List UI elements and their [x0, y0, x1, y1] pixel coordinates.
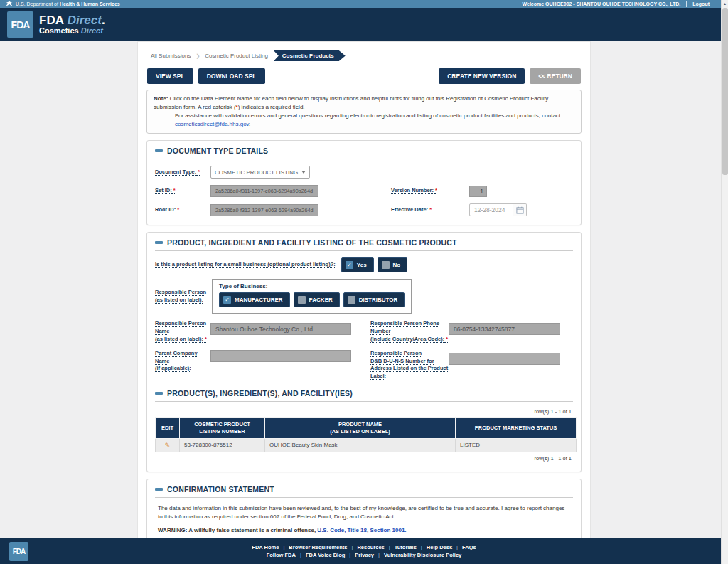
duns-field	[449, 353, 560, 365]
create-new-version-button[interactable]: CREATE NEW VERSION	[439, 68, 525, 84]
welcome-text: Welcome OUHOE002 - SHANTOU OUHOE TECHNOL…	[523, 1, 681, 6]
footer-link-tutorials[interactable]: Tutorials	[395, 544, 417, 550]
product-name-column-header: PRODUCT NAME (AS LISTED ON LABEL)	[265, 418, 456, 439]
checkbox-unchecked-icon	[382, 261, 390, 269]
footer-links-row2: Follow FDA| FDA Voice Blog| Privacy| Vul…	[267, 552, 462, 558]
status-column-header: PRODUCT MARKETING STATUS	[456, 418, 577, 439]
rp-name-field: Shantou Ouhoe Technology Co., Ltd.	[210, 323, 351, 335]
parent-company-label[interactable]: Parent Company Name (if applicable):	[155, 350, 210, 373]
manufacturer-label: MANUFACTURER	[235, 297, 283, 303]
scrollbar-thumb[interactable]	[722, 8, 728, 175]
breadcrumb-cosmetic-products: Cosmetic Products	[274, 50, 346, 61]
type-of-business-label[interactable]: Type of Business:	[219, 283, 405, 289]
distributor-label: DISTRIBUTOR	[359, 297, 398, 303]
section-header: PRODUCT, INGREDIENT AND FACILITY LISTING…	[155, 238, 573, 251]
breadcrumb-cosmetic-product-listing[interactable]: Cosmetic Product Listing	[202, 51, 270, 60]
brand-direct: Direct	[68, 14, 102, 27]
section-title: PRODUCT(S), INGREDIENT(S), AND FACILITY(…	[167, 389, 353, 398]
us-code-link[interactable]: U.S. Code, Title 18, Section 1001.	[317, 527, 406, 533]
chevron-right-icon: ❯	[196, 53, 200, 59]
app-header: FDA FDA Direct. Cosmetics Direct	[0, 8, 728, 41]
parent-company-field	[210, 350, 351, 362]
checkbox-checked-icon: ✓	[346, 261, 353, 269]
brand-fda: FDA	[39, 14, 64, 27]
root-id-label[interactable]: Root ID: *	[155, 206, 210, 214]
toolbar: VIEW SPL DOWNLOAD SPL CREATE NEW VERSION…	[147, 68, 581, 84]
footer-link-fda-voice-blog[interactable]: FDA Voice Blog	[306, 552, 345, 558]
hhs-eagle-icon	[6, 1, 13, 7]
rp-phone-field: 86-0754-13342745877	[449, 323, 560, 335]
set-id-field: 2a5286a0-f311-1397-e063-6294a90a264d	[210, 185, 318, 197]
table-row: ✎ 53-728300-875512 OUHOE Beauty Skin Mas…	[156, 438, 577, 452]
calendar-icon[interactable]	[513, 203, 527, 216]
brand-title: FDA Direct. Cosmetics Direct	[39, 14, 105, 35]
fda-logo: FDA	[7, 11, 33, 38]
confirmation-text: The data and information in this submiss…	[158, 504, 570, 521]
footer-link-browser-requirements[interactable]: Browser Requirements	[289, 544, 347, 550]
section-header: CONFIRMATION STATEMENT	[155, 485, 573, 498]
download-spl-button[interactable]: DOWNLOAD SPL	[198, 68, 265, 84]
warning-text: WARNING: A willfully false statement is …	[158, 527, 570, 533]
scroll-up-arrow-icon[interactable]: ▲	[722, 0, 728, 7]
section-title: DOCUMENT TYPE DETAILS	[167, 147, 268, 155]
set-id-label[interactable]: Set ID: *	[155, 187, 210, 195]
dept-title: U.S. Department of Health & Human Servic…	[16, 1, 120, 6]
collapse-dash-icon[interactable]	[155, 488, 163, 491]
logout-link[interactable]: Logout	[692, 1, 710, 6]
section-product-ingredient-facility: PRODUCT, INGREDIENT AND FACILITY LISTING…	[146, 232, 582, 472]
version-number-label[interactable]: Version Number: *	[391, 187, 469, 195]
duns-label[interactable]: Responsible Person D&B D-U-N-S Number fo…	[370, 350, 449, 381]
edit-pencil-icon[interactable]: ✎	[160, 442, 175, 449]
footer-link-help-desk[interactable]: Help Desk	[427, 544, 452, 550]
return-button[interactable]: << RETURN	[530, 68, 581, 84]
rp-name-label[interactable]: Responsible Person Name (as listed on la…	[155, 320, 210, 344]
note-line2: For assistance with validation errors an…	[154, 112, 574, 129]
contact-email-link[interactable]: cosmeticsdirect@fda.hhs.gov	[175, 121, 249, 127]
document-type-label[interactable]: Document Type: *	[155, 169, 210, 176]
checkbox-unchecked-icon	[298, 296, 306, 304]
footer-link-vulnerability-disclosure[interactable]: Vulnerability Disclosure Policy	[384, 552, 461, 558]
vertical-scrollbar[interactable]: ▲	[721, 0, 728, 564]
document-type-value: COSMETIC PRODUCT LISTING	[215, 169, 298, 176]
footer-link-faqs[interactable]: FAQs	[462, 544, 476, 550]
distributor-checkbox-button[interactable]: DISTRIBUTOR	[343, 292, 405, 307]
breadcrumb-all-submissions[interactable]: All Submissions	[148, 51, 193, 60]
yes-label: Yes	[357, 262, 367, 268]
edit-column-header: EDIT	[156, 418, 180, 439]
small-business-no-button[interactable]: No	[378, 257, 408, 272]
packer-label: PACKER	[309, 297, 333, 303]
effective-date-input[interactable]: 12-28-2024	[469, 203, 513, 216]
type-of-business-group: Type of Business: ✓ MANUFACTURER PACKER	[212, 279, 412, 314]
effective-date-label[interactable]: Effective Date: *	[391, 206, 469, 214]
listing-number-column-header: COSMETIC PRODUCT LISTING NUMBER	[180, 418, 265, 439]
footer-links-row1: FDA Home| Browser Requirements| Resource…	[252, 544, 476, 550]
collapse-dash-icon[interactable]	[155, 149, 163, 152]
footer-link-follow-fda[interactable]: Follow FDA	[267, 552, 296, 558]
section-header: DOCUMENT TYPE DETAILS	[155, 147, 573, 159]
footer-link-privacy[interactable]: Privacy	[355, 552, 374, 558]
packer-checkbox-button[interactable]: PACKER	[294, 292, 340, 307]
manufacturer-checkbox-button[interactable]: ✓ MANUFACTURER	[219, 292, 290, 307]
view-spl-button[interactable]: VIEW SPL	[147, 68, 193, 84]
section-title: CONFIRMATION STATEMENT	[167, 485, 274, 494]
brand-cosmetics-direct: Direct	[81, 26, 103, 35]
content-panel: All Submissions ❯ Cosmetic Product Listi…	[137, 41, 591, 538]
collapse-dash-icon[interactable]	[155, 241, 163, 244]
footer-link-resources[interactable]: Resources	[357, 544, 384, 550]
responsible-person-label[interactable]: Responsible Person (as listed on label):	[155, 289, 210, 304]
rows-count-bottom: row(s) 1 - 1 of 1	[156, 455, 572, 462]
footer: FDA FDA Home| Browser Requirements| Reso…	[0, 538, 728, 564]
checkbox-checked-icon: ✓	[223, 296, 231, 304]
version-number-field: 1	[469, 186, 487, 197]
collapse-dash-icon[interactable]	[155, 392, 163, 395]
small-business-yes-button[interactable]: ✓ Yes	[341, 257, 374, 272]
small-business-question-label[interactable]: Is this a product listing for a small bu…	[155, 261, 336, 269]
section-title: PRODUCT, INGREDIENT AND FACILITY LISTING…	[167, 238, 457, 247]
section-header-products: PRODUCT(S), INGREDIENT(S), AND FACILITY(…	[155, 389, 573, 402]
chevron-down-icon	[301, 171, 306, 174]
rp-phone-label[interactable]: Responsible Person Phone Number (Include…	[370, 320, 449, 344]
document-type-select[interactable]: COSMETIC PRODUCT LISTING	[210, 166, 310, 179]
root-id-field: 2a5286a0-f312-1397-e063-6294a90a264d	[210, 204, 318, 216]
note-line1: Note: Click on the Data Element Name for…	[154, 95, 574, 112]
footer-link-fda-home[interactable]: FDA Home	[252, 544, 279, 550]
